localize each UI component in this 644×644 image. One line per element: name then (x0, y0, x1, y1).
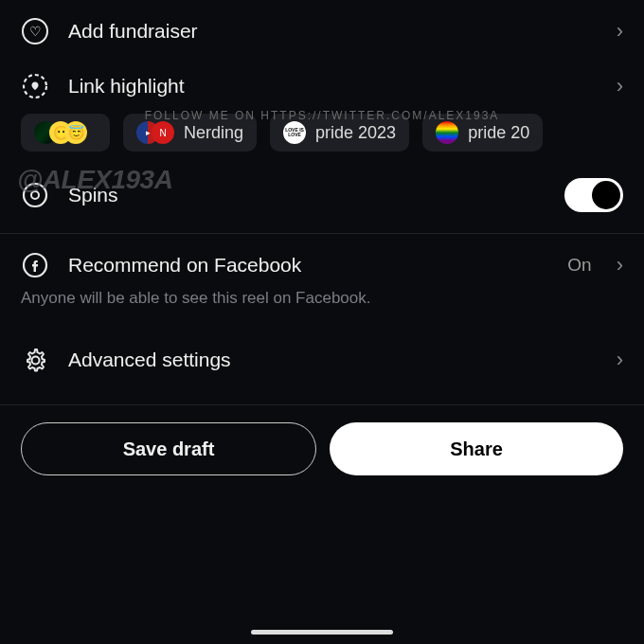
add-fundraiser-label: Add fundraiser (68, 20, 598, 43)
chip-avatars: LOVE IS LOVE (283, 121, 306, 144)
recommend-facebook-label: Recommend on Facebook (68, 254, 548, 277)
spins-icon (21, 181, 49, 209)
recommend-facebook-value: On (567, 255, 591, 276)
svg-point-1 (24, 184, 46, 206)
chip-label: pride 2023 (315, 123, 396, 143)
svg-point-4 (32, 357, 40, 365)
avatar-icon (436, 121, 458, 144)
add-fundraiser-row[interactable]: Add fundraiser › (0, 0, 644, 63)
chevron-right-icon: › (617, 348, 623, 372)
spins-toggle[interactable] (564, 178, 623, 212)
highlight-chip[interactable]: 😶 😇 (21, 114, 110, 152)
avatar-icon: N (152, 121, 174, 144)
advanced-settings-label: Advanced settings (68, 349, 598, 371)
watermark-top: FOLLOW ME ON HTTPS://TWITTER.COM/ALEX193… (145, 109, 500, 122)
chip-avatars (436, 121, 458, 144)
toggle-knob (592, 181, 620, 209)
chip-label: Nerding (184, 123, 243, 143)
save-draft-label: Save draft (123, 438, 215, 460)
gear-icon (21, 346, 49, 374)
chevron-right-icon: › (617, 74, 623, 98)
home-indicator[interactable] (251, 630, 393, 635)
recommend-facebook-row[interactable]: Recommend on Facebook On › (0, 234, 644, 296)
share-label: Share (450, 438, 503, 460)
fundraiser-icon (21, 17, 49, 45)
share-button[interactable]: Share (330, 422, 623, 475)
chevron-right-icon: › (617, 19, 623, 44)
facebook-icon (21, 251, 49, 279)
spins-row: @ALEX193A Spins (0, 165, 644, 233)
chip-label: pride 20 (468, 123, 529, 143)
save-draft-button[interactable]: Save draft (21, 422, 316, 475)
avatar-icon: 😇 (64, 121, 87, 144)
recommend-facebook-subtitle: Anyone will be able to see this reel on … (0, 289, 644, 329)
button-bar: Save draft Share (0, 405, 644, 492)
avatar-icon: LOVE IS LOVE (283, 121, 306, 144)
link-highlight-icon (21, 72, 49, 100)
link-highlight-label: Link highlight (68, 75, 598, 98)
link-highlight-row[interactable]: Link highlight › (0, 63, 644, 110)
chevron-right-icon: › (617, 253, 623, 277)
chip-avatars: ▸ N (136, 121, 174, 144)
svg-point-2 (31, 191, 39, 199)
chip-avatars: 😶 😇 (34, 121, 87, 144)
advanced-settings-row[interactable]: Advanced settings › (0, 329, 644, 391)
spins-label: Spins (68, 184, 546, 206)
